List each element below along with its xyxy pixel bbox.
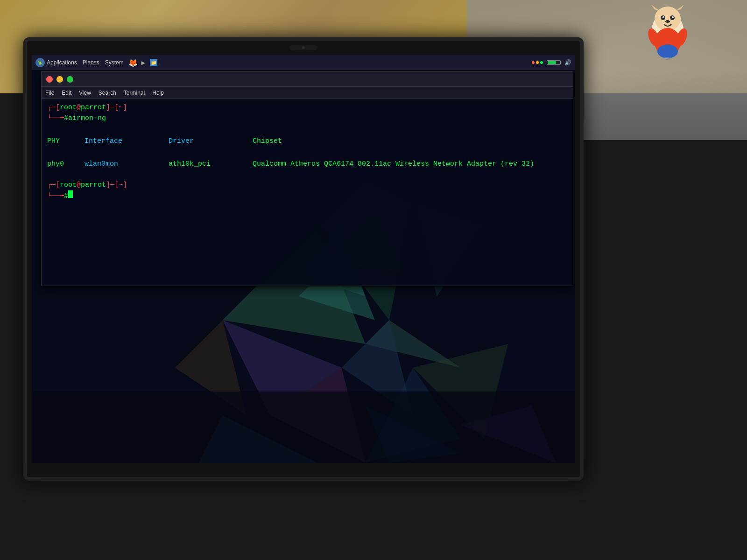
cell-chipset: Qualcomm Atheros QCA6174 802.11ac Wirele…: [253, 159, 534, 170]
prompt2-user: root: [60, 180, 77, 191]
command2-prefix: └──╼: [47, 191, 64, 202]
parrot-menu-icon[interactable]: 🦜: [35, 58, 45, 67]
command-line-1: └──╼ #airmon-ng: [47, 113, 567, 124]
svg-text:FIFA: FIFA: [664, 56, 672, 61]
taskbar-applications[interactable]: Applications: [47, 59, 77, 66]
taskbar-system[interactable]: System: [105, 59, 124, 66]
webcam-notch: [289, 45, 317, 50]
prompt-host: parrot: [81, 103, 106, 113]
menu-search[interactable]: Search: [99, 90, 116, 96]
col-header-driver: Driver: [169, 136, 253, 147]
blank-line-2: [47, 148, 567, 159]
screen: 🦜 Applications Places System 🦊 ▶ 📁: [32, 55, 575, 463]
table-header-row: PHY Interface Driver Chipset: [47, 136, 567, 147]
svg-marker-3: [675, 5, 684, 12]
prompt-bracket-close: ]─[~]: [106, 103, 127, 113]
prompt-user: root: [60, 103, 77, 113]
taskbar-places[interactable]: Places: [83, 59, 99, 66]
menu-file[interactable]: File: [45, 90, 54, 96]
battery-fill: [548, 61, 556, 64]
menu-help[interactable]: Help: [152, 90, 164, 96]
terminal-quick-icon[interactable]: ▶: [140, 59, 147, 66]
window-maximize-button[interactable]: [67, 76, 73, 83]
blank-line-3: [47, 169, 567, 180]
webcam-dot: [302, 46, 305, 49]
svg-point-8: [665, 20, 670, 23]
command2-hash: #: [64, 191, 68, 202]
battery-indicator: [547, 60, 561, 65]
col-header-interface: Interface: [85, 136, 169, 147]
svg-point-6: [662, 16, 664, 18]
window-close-button[interactable]: [46, 76, 53, 83]
prompt-at: @: [77, 103, 81, 113]
taskbar: 🦜 Applications Places System 🦊 ▶ 📁: [32, 55, 575, 70]
net-dot-1: [532, 61, 535, 64]
prompt2-bracket-close: ]─[~]: [106, 180, 127, 191]
net-dot-2: [536, 61, 539, 64]
prompt2-at: @: [77, 180, 81, 191]
terminal-window: File Edit View Search Terminal Help ┌─[r…: [41, 71, 573, 286]
col-header-chipset: Chipset: [253, 136, 282, 147]
blank-line-1: [47, 124, 567, 134]
cell-phy: phy0: [47, 159, 85, 170]
taskbar-status-area: 🔊: [532, 59, 571, 66]
command-prefix: └──╼: [47, 113, 64, 124]
terminal-menubar: File Edit View Search Terminal Help: [42, 87, 573, 99]
window-minimize-button[interactable]: [56, 76, 63, 83]
menu-terminal[interactable]: Terminal: [124, 90, 145, 96]
network-indicator: [532, 61, 543, 64]
firefox-icon[interactable]: 🦊: [129, 59, 137, 66]
cell-driver: ath10k_pci: [169, 159, 253, 170]
cell-interface: wlan0mon: [85, 159, 169, 170]
volume-icon[interactable]: 🔊: [564, 59, 571, 66]
command-text: #airmon-ng: [64, 113, 106, 124]
col-header-phy: PHY: [47, 136, 85, 147]
table-data-row-1: phy0 wlan0mon ath10k_pci Qualcomm Athero…: [47, 159, 567, 170]
taskbar-menu: Applications Places System: [47, 59, 124, 66]
menu-edit[interactable]: Edit: [62, 90, 71, 96]
terminal-titlebar: [42, 72, 573, 87]
prompt-line-2: ┌─[root@parrot]─[~]: [47, 180, 567, 191]
parrot-sticker: FIFA: [644, 5, 691, 61]
laptop-body: FIFA: [0, 0, 747, 560]
terminal-cursor: [68, 190, 73, 198]
terminal-content[interactable]: ┌─[root@parrot]─[~] └──╼ #airmon-ng PHY …: [42, 99, 573, 286]
prompt2-bracket-open: ┌─[: [47, 180, 60, 191]
command-line-2: └──╼ #: [47, 190, 567, 202]
prompt-line-1: ┌─[root@parrot]─[~]: [47, 103, 567, 113]
prompt2-host: parrot: [81, 180, 106, 191]
files-icon[interactable]: 📁: [150, 59, 157, 66]
menu-view[interactable]: View: [79, 90, 91, 96]
svg-point-7: [672, 16, 674, 18]
prompt-bracket-open: ┌─[: [47, 103, 60, 113]
svg-marker-2: [651, 5, 661, 12]
laptop-bezel: 🦜 Applications Places System 🦊 ▶ 📁: [23, 37, 584, 481]
net-dot-3: [540, 61, 543, 64]
